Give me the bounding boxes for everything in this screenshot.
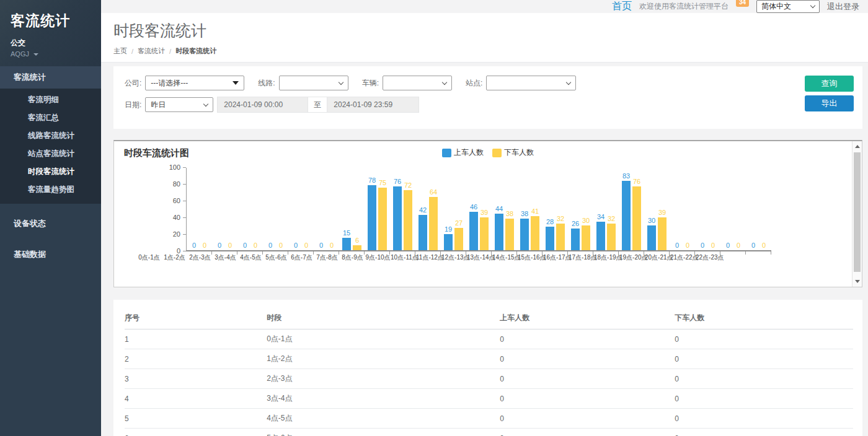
sidebar-item-1[interactable]: 设备状态 bbox=[0, 212, 101, 235]
bar bbox=[378, 188, 387, 250]
chart-legend: 上车人数下车人数 bbox=[442, 147, 534, 158]
bar-column: 78 bbox=[368, 177, 376, 250]
language-select[interactable]: 简体中文 bbox=[756, 0, 820, 13]
bar-column: 38 bbox=[520, 210, 529, 250]
chart-category-group: 4438 bbox=[492, 168, 517, 250]
table-cell: 0 bbox=[675, 429, 853, 436]
bar-column: 0 bbox=[673, 242, 681, 250]
bar-value-label: 0 bbox=[279, 242, 283, 250]
sidebar-subitem[interactable]: 时段客流统计 bbox=[0, 163, 101, 181]
sidebar-item-2[interactable]: 基础数据 bbox=[0, 243, 101, 266]
bar-column: 30 bbox=[647, 217, 656, 251]
bar bbox=[353, 245, 361, 250]
filter-row-2: 日期: 昨日 2024-01-09 00:00 至 2024-01-09 23:… bbox=[125, 97, 853, 113]
home-link[interactable]: 首页 bbox=[612, 0, 632, 13]
date-to-input[interactable]: 2024-01-09 23:59 bbox=[327, 97, 419, 113]
sidebar-brand: 客流统计 公交 AQGJ bbox=[0, 0, 101, 66]
scroll-down-icon[interactable] bbox=[855, 280, 860, 283]
bar bbox=[556, 224, 565, 250]
bar-column: 0 bbox=[251, 242, 260, 250]
breadcrumb-item: 时段客流统计 bbox=[175, 46, 216, 56]
chart-category-group: 00 bbox=[263, 168, 288, 250]
chart-category-group: 00 bbox=[187, 168, 212, 250]
x-tick-label: 6点-7点 bbox=[289, 254, 314, 261]
chevron-down-icon bbox=[338, 79, 343, 84]
line-select[interactable] bbox=[279, 76, 348, 90]
bar-column: 0 bbox=[724, 242, 732, 250]
bar-value-label: 41 bbox=[531, 207, 539, 216]
user-name: AQGJ bbox=[11, 50, 29, 58]
bar-column: 26 bbox=[571, 220, 580, 250]
bar-value-label: 19 bbox=[445, 225, 452, 233]
scroll-up-icon[interactable] bbox=[855, 145, 860, 148]
notification-badge[interactable]: 34 bbox=[736, 0, 749, 7]
date-preset-select[interactable]: 昨日 bbox=[145, 97, 213, 112]
y-tick-label: 60 bbox=[173, 197, 180, 205]
table-cell: 5 bbox=[125, 409, 267, 429]
bar bbox=[596, 222, 605, 250]
bar-column: 0 bbox=[749, 242, 758, 250]
table-row: 54点-5点00 bbox=[125, 409, 853, 429]
bar-column: 39 bbox=[658, 209, 666, 250]
table-column-header: 序号 bbox=[125, 307, 267, 329]
sidebar-item-0[interactable]: 客流统计 bbox=[0, 66, 101, 89]
bar-column: 27 bbox=[454, 219, 463, 250]
vehicle-select[interactable] bbox=[383, 76, 452, 90]
x-tick-label: 13点-14点 bbox=[467, 254, 492, 261]
sidebar-subitem[interactable]: 站点客流统计 bbox=[0, 145, 101, 163]
time-period-table: 序号时段上车人数下车人数 10点-1点0021点-2点0032点-3点0043点… bbox=[125, 307, 853, 436]
content: 公司: ---请选择--- 线路: 车辆: bbox=[101, 63, 868, 436]
legend-item[interactable]: 下车人数 bbox=[492, 147, 534, 158]
bar-value-label: 26 bbox=[572, 220, 579, 228]
table-cell: 0 bbox=[500, 369, 675, 389]
date-range-separator: 至 bbox=[308, 97, 327, 113]
station-select[interactable] bbox=[486, 76, 576, 90]
legend-item[interactable]: 上车人数 bbox=[442, 147, 484, 158]
bar-value-label: 0 bbox=[268, 242, 272, 250]
sidebar-subitem[interactable]: 线路客流统计 bbox=[0, 127, 101, 145]
breadcrumb-item[interactable]: 客流统计 bbox=[138, 46, 165, 56]
bar-value-label: 0 bbox=[319, 242, 323, 250]
bar-column: 0 bbox=[241, 242, 249, 250]
bar bbox=[404, 190, 412, 250]
chart-scrollbar[interactable] bbox=[852, 141, 862, 287]
bar-value-label: 42 bbox=[419, 206, 427, 214]
station-label: 站点: bbox=[466, 78, 482, 89]
bar-value-label: 38 bbox=[521, 210, 528, 218]
table-cell: 0 bbox=[500, 409, 675, 429]
chevron-down-icon bbox=[566, 79, 571, 84]
bar-value-label: 30 bbox=[582, 217, 590, 225]
bar-column: 72 bbox=[404, 181, 412, 250]
export-button[interactable]: 导出 bbox=[805, 95, 854, 111]
chart-category-group: 00 bbox=[212, 168, 237, 250]
legend-swatch bbox=[442, 149, 451, 157]
table-cell: 0 bbox=[500, 429, 675, 436]
bar-column: 76 bbox=[393, 178, 402, 250]
logout-link[interactable]: 退出登录 bbox=[827, 1, 859, 12]
breadcrumb-item[interactable]: 主页 bbox=[113, 46, 127, 56]
bar-column: 0 bbox=[317, 242, 326, 250]
bar bbox=[444, 234, 453, 250]
chart-y-axis: 020406080100 bbox=[164, 168, 186, 251]
x-tick-label: 5点-6点 bbox=[264, 254, 289, 261]
x-tick-label: 14点-15点 bbox=[492, 254, 518, 261]
table-cell: 5点-6点 bbox=[267, 429, 500, 436]
bar-column: 32 bbox=[556, 215, 565, 250]
chart-category-group: 00 bbox=[720, 168, 746, 250]
user-dropdown[interactable]: AQGJ bbox=[11, 50, 101, 58]
scrollbar-thumb[interactable] bbox=[854, 152, 861, 272]
bar-value-label: 34 bbox=[597, 213, 604, 221]
sidebar-subitem[interactable]: 客流量趋势图 bbox=[0, 181, 101, 199]
bar-value-label: 6 bbox=[355, 237, 359, 245]
bar-column: 30 bbox=[582, 217, 590, 251]
bar-column: 0 bbox=[698, 242, 707, 250]
bar bbox=[632, 186, 641, 250]
sidebar-subitem[interactable]: 客流明细 bbox=[0, 91, 101, 109]
query-button[interactable]: 查询 bbox=[805, 76, 854, 92]
sidebar-subitem[interactable]: 客流汇总 bbox=[0, 109, 101, 127]
date-from-input[interactable]: 2024-01-09 00:00 bbox=[217, 97, 308, 113]
chart-category-group: 3432 bbox=[593, 168, 619, 250]
x-tick-label: 3点-4点 bbox=[213, 254, 238, 261]
company-select[interactable]: ---请选择--- bbox=[145, 76, 244, 90]
table-cell: 3 bbox=[125, 369, 267, 389]
